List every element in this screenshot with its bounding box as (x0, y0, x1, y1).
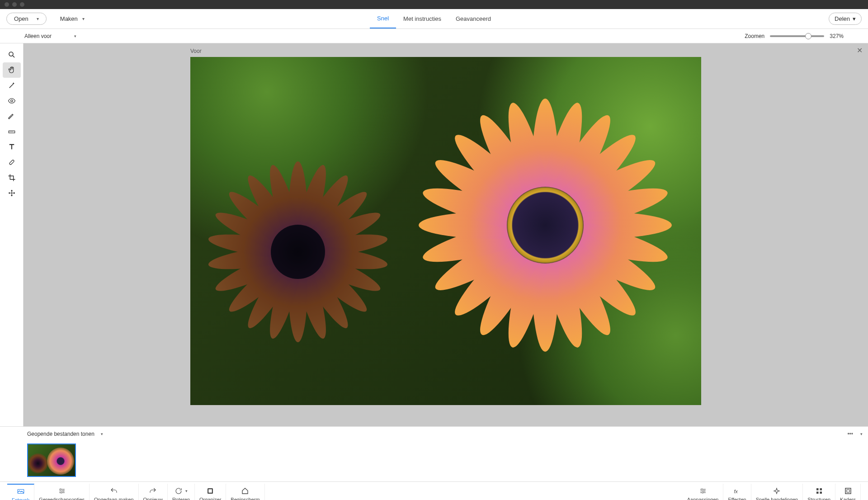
svg-rect-19 (816, 488, 819, 491)
eye-tool[interactable] (3, 93, 21, 108)
chevron-down-icon[interactable]: ▾ (860, 432, 863, 436)
svg-rect-14 (208, 489, 212, 493)
spot-healing-tool[interactable] (3, 155, 21, 170)
adjustments-icon (699, 487, 707, 495)
more-icon[interactable]: ••• (847, 431, 853, 437)
tab-label: Geavanceerd (456, 15, 491, 22)
move-icon (8, 189, 16, 197)
svg-rect-8 (9, 160, 14, 165)
btn-label: Beginscherm (231, 497, 259, 500)
svg-point-17 (702, 492, 703, 493)
crop-icon (8, 174, 16, 182)
redo-icon (149, 487, 157, 495)
zoom-tool[interactable] (3, 47, 21, 62)
svg-rect-23 (845, 488, 851, 494)
zoom-control: Zoomen 327% (745, 33, 844, 39)
svg-line-2 (9, 84, 13, 88)
tab-met-instructies[interactable]: Met instructies (396, 9, 448, 28)
tab-label: Snel (377, 15, 389, 22)
zoom-label: Zoomen (745, 33, 764, 39)
undo-icon (110, 487, 118, 495)
open-button[interactable]: Open ▾ (6, 13, 47, 25)
tab-geavanceerd[interactable]: Geavanceerd (448, 9, 498, 28)
close-icon[interactable]: ✕ (857, 46, 863, 55)
magnifier-icon (8, 51, 16, 59)
share-button[interactable]: Delen ▾ (829, 13, 862, 25)
svg-rect-21 (816, 491, 819, 494)
create-label: Maken (60, 15, 78, 22)
quick-actions-button[interactable]: Snelle handelingen (751, 484, 803, 500)
view-label: Alleen voor (24, 33, 52, 39)
wand-icon (8, 81, 16, 90)
texture-icon (815, 487, 823, 495)
organizer-button[interactable]: Organizer (195, 484, 226, 500)
home-button[interactable]: Beginscherm (226, 484, 264, 500)
main-area: ✕ Voor (0, 43, 868, 426)
window-titlebar (0, 0, 868, 9)
frames-button[interactable]: Kaders (835, 484, 861, 500)
btn-label: Gereedschapsopties (39, 497, 85, 500)
svg-point-16 (703, 490, 704, 491)
top-toolbar: Open ▾ Maken ▾ Snel Met instructies Geav… (0, 9, 868, 29)
chevron-down-icon: ▾ (37, 16, 39, 21)
svg-point-3 (10, 100, 13, 102)
ruler-icon (8, 127, 16, 136)
svg-rect-20 (820, 488, 822, 491)
hand-icon (8, 66, 16, 74)
brush-icon (8, 112, 16, 120)
canvas-wrap: Voor (190, 57, 701, 405)
toolbox (0, 43, 24, 426)
zoom-slider[interactable] (770, 35, 824, 37)
text-icon (8, 143, 16, 151)
tool-options-button[interactable]: Gereedschapsopties (34, 484, 90, 500)
quick-select-tool[interactable] (3, 78, 21, 93)
straighten-tool[interactable] (3, 124, 21, 139)
maximize-window-icon[interactable] (20, 2, 24, 7)
zoom-slider-thumb[interactable] (805, 33, 811, 39)
svg-text:fx: fx (734, 488, 738, 494)
create-button[interactable]: Maken ▾ (60, 15, 85, 22)
minimize-window-icon[interactable] (12, 2, 17, 7)
undo-button[interactable]: Ongedaan maken (90, 484, 138, 500)
svg-point-15 (701, 488, 703, 490)
canvas-image[interactable] (190, 57, 701, 405)
hand-tool[interactable] (3, 62, 21, 78)
move-tool[interactable] (3, 185, 21, 201)
effects-button[interactable]: fx Effecten (723, 484, 751, 500)
sparkle-icon (773, 487, 781, 495)
textures-button[interactable]: Structuren (803, 484, 835, 500)
crop-tool[interactable] (3, 170, 21, 185)
view-select[interactable]: Alleen voor ▾ (24, 33, 76, 39)
svg-point-0 (9, 52, 13, 56)
bandaid-icon (8, 158, 16, 166)
sliders-icon (58, 487, 66, 495)
btn-label: Fotovak (12, 497, 29, 500)
text-tool[interactable] (3, 139, 21, 155)
photo-bin-icon (17, 487, 25, 495)
canvas-label: Voor (190, 48, 202, 54)
btn-label: Aanpassingen (687, 497, 719, 500)
btn-label: Snelle handelingen (756, 497, 798, 500)
svg-point-12 (61, 492, 62, 493)
photobin-header: Geopende bestanden tonen ▾ ••• ▾ (0, 426, 868, 441)
photobin (0, 441, 868, 481)
fotovak-button[interactable]: Fotovak (7, 484, 34, 500)
redo-button[interactable]: Opnieuw (139, 484, 168, 500)
tab-snel[interactable]: Snel (370, 9, 396, 28)
svg-rect-4 (9, 131, 15, 133)
chevron-down-icon: ▾ (74, 34, 76, 38)
svg-point-10 (60, 488, 61, 490)
rotate-button[interactable]: ▾ Roteren (168, 484, 195, 500)
whiten-teeth-tool[interactable] (3, 108, 21, 124)
chevron-down-icon: ▾ (82, 16, 85, 21)
svg-rect-24 (847, 490, 849, 492)
photo-thumbnail[interactable] (27, 443, 76, 477)
svg-rect-22 (820, 491, 822, 494)
adjustments-button[interactable]: Aanpassingen (683, 484, 724, 500)
bottom-toolbar: Fotovak Gereedschapsopties Ongedaan make… (0, 481, 868, 500)
organizer-icon (206, 487, 214, 495)
btn-label: Structuren (807, 497, 830, 500)
chevron-down-icon[interactable]: ▾ (101, 432, 103, 436)
close-window-icon[interactable] (5, 2, 9, 7)
tab-label: Met instructies (403, 15, 441, 22)
